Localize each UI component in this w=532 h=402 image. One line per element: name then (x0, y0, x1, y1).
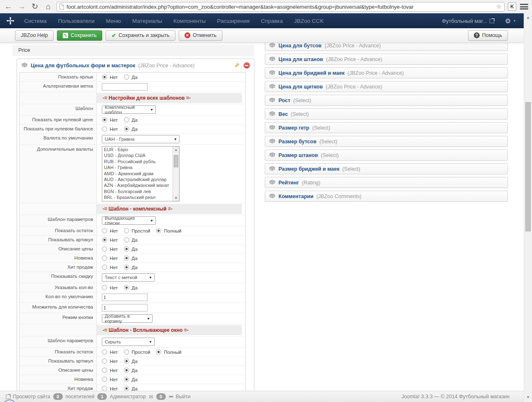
nav-item-компоненты[interactable]: Компоненты (173, 18, 206, 24)
multiselect-option[interactable]: AUD - Австралийский доллар (102, 176, 172, 182)
element-list-item[interactable]: Комментарии(JBZoo Comments) (265, 191, 508, 202)
select-dropdown[interactable]: Скрыть▼ (102, 338, 155, 346)
radio-option[interactable] (102, 246, 107, 252)
radio-selected[interactable] (102, 74, 107, 80)
element-list-item[interactable]: Рост(Select) (265, 95, 508, 106)
scroll-up-icon[interactable]: ▲ (173, 147, 179, 153)
element-list-item[interactable]: Цена для щитков(JBZoo Price - Advance) (265, 81, 508, 92)
nav-item-материалы[interactable]: Материалы (132, 18, 162, 24)
multiselect-scrollbar[interactable]: ▲▼ (172, 147, 179, 201)
address-bar[interactable]: foot.artcolorit.com/administrator/index.… (57, 2, 505, 12)
radio-selected[interactable] (124, 255, 129, 261)
element-list-item[interactable]: Цена для штанов(JBZoo Price - Advance) (265, 54, 508, 65)
multiselect-option[interactable]: AMD - Армянский драм (102, 171, 172, 176)
radio-option[interactable] (124, 349, 129, 355)
text-input[interactable] (102, 304, 148, 311)
radio-selected[interactable] (156, 228, 161, 233)
element-title[interactable]: Размер гетр (278, 125, 309, 131)
select-dropdown[interactable]: Добавить в корзину▼ (102, 314, 153, 323)
radio-selected[interactable] (124, 358, 129, 364)
radio-selected[interactable] (124, 386, 129, 391)
element-list-item[interactable]: Рейтинг(Rating) (265, 177, 508, 188)
nav-item-система[interactable]: Система (24, 18, 47, 24)
radio-option[interactable] (102, 349, 107, 355)
scrollbar-thumb[interactable] (174, 155, 178, 167)
element-title[interactable]: Размер штанов (278, 152, 318, 158)
element-title[interactable]: Цена для бутсов (278, 43, 322, 49)
multiselect-option[interactable]: USD - Доллар США (102, 152, 172, 158)
radio-selected[interactable] (124, 265, 129, 270)
radio-option[interactable] (102, 265, 107, 270)
element-title[interactable]: Вес (278, 111, 288, 117)
text-input[interactable] (102, 83, 148, 91)
radio-option[interactable] (102, 368, 107, 373)
element-title[interactable]: Комментарии (278, 194, 313, 199)
back-icon[interactable]: ← (3, 2, 13, 12)
bookmark-star-icon[interactable]: ☆ (496, 3, 502, 10)
messages-icon[interactable]: ✉ (149, 394, 153, 400)
site-preview-link[interactable]: Футбольный маг... (442, 18, 494, 24)
select-dropdown[interactable]: Текст с меткой▼ (102, 273, 155, 282)
scroll-down-icon[interactable]: ▼ (173, 195, 179, 201)
multiselect-option[interactable]: BRL - Бразильский реал (102, 194, 172, 200)
element-list-item[interactable]: Цена для бриджей и маек(JBZoo Price - Ad… (265, 67, 508, 78)
radio-option[interactable] (102, 386, 107, 391)
element-list-item[interactable]: Размер бриджей и маек(Select) (265, 163, 508, 174)
nav-item-меню[interactable]: Меню (106, 18, 121, 24)
browser-menu-icon[interactable] (520, 3, 529, 10)
element-title[interactable]: Цена для щитков (278, 84, 323, 90)
multiselect-option[interactable]: RUB - Российский рубль (102, 159, 172, 164)
home-icon[interactable]: ⌂ (43, 2, 53, 12)
page-scrollbar[interactable]: ▲ ▼ (524, 13, 532, 402)
radio-option[interactable] (102, 126, 107, 132)
element-title[interactable]: Размер бриджей и маек (278, 166, 340, 172)
element-title[interactable]: Цена для футбольных форм и мастерок (31, 63, 135, 69)
scroll-up-icon[interactable]: ▲ (524, 15, 532, 21)
scroll-down-icon[interactable]: ▼ (524, 394, 532, 401)
radio-selected[interactable] (124, 368, 129, 373)
element-list-item[interactable]: Размер штанов(Select) (265, 150, 508, 161)
radio-selected[interactable] (124, 246, 129, 252)
save-close-button[interactable]: ✔ Сохранить и закрыть (106, 30, 175, 41)
url-text[interactable]: foot.artcolorit.com/administrator/index.… (66, 4, 494, 10)
multiselect-option[interactable]: UAH - Гривна (102, 164, 172, 170)
element-title[interactable]: Размер бутсов (278, 139, 316, 145)
forward-icon[interactable]: → (17, 2, 27, 12)
nav-item-справка[interactable]: Справка (261, 18, 283, 24)
radio-selected[interactable] (156, 349, 161, 355)
radio-option[interactable] (124, 117, 129, 123)
text-input[interactable] (102, 294, 148, 301)
radio-option[interactable] (124, 237, 129, 243)
element-title[interactable]: Рейтинг (278, 180, 299, 186)
element-list-item[interactable]: Цена для бутсов(JBZoo Price - Advance) (265, 43, 508, 51)
radio-selected[interactable] (124, 126, 129, 132)
radio-selected[interactable] (124, 285, 129, 290)
radio-option[interactable] (102, 255, 107, 261)
radio-selected[interactable] (102, 237, 107, 243)
element-title[interactable]: Цена для бриджей и маек (278, 70, 345, 76)
multiselect-option[interactable]: EUR - Евро (102, 147, 172, 152)
select-dropdown[interactable]: Комплексный шаблон▼ (102, 105, 156, 114)
element-list-item[interactable]: Вес(Select) (265, 108, 508, 120)
element-list-item[interactable]: Размер бутсов(Select) (265, 136, 508, 147)
nav-item-jbzoo-cck[interactable]: JBZoo CCK (294, 18, 324, 24)
radio-selected[interactable] (124, 377, 129, 382)
remove-icon[interactable] (244, 62, 250, 69)
multiselect-option[interactable]: BGN - Болгарский лев (102, 189, 172, 194)
browser-extension-icon[interactable]: K (508, 2, 516, 11)
radio-option[interactable] (102, 377, 107, 382)
currency-multiselect[interactable]: EUR - ЕвроUSD - Доллар СШАRUB - Российск… (102, 146, 180, 201)
radio-option[interactable] (124, 74, 129, 80)
help-button[interactable]: ? Помощь (468, 30, 508, 41)
multiselect-option[interactable]: AZN - Азербайджанский манат (102, 182, 172, 188)
element-title[interactable]: Цена для штанов (278, 56, 323, 62)
radio-selected[interactable] (102, 117, 107, 123)
element-list-item[interactable]: Размер гетр(Select) (265, 122, 508, 133)
nav-item-пользователи[interactable]: Пользователи (58, 18, 94, 24)
select-dropdown[interactable]: Выпадающие списки▼ (102, 216, 156, 225)
scrollbar-thumb[interactable] (525, 102, 531, 231)
cancel-button[interactable]: ✕ Отменить (179, 30, 222, 41)
logout-link[interactable]: Выйти (169, 394, 191, 400)
multiselect-option[interactable]: BYR - Белорусский рубль (102, 201, 172, 201)
nav-item-расширения[interactable]: Расширения (217, 18, 250, 24)
